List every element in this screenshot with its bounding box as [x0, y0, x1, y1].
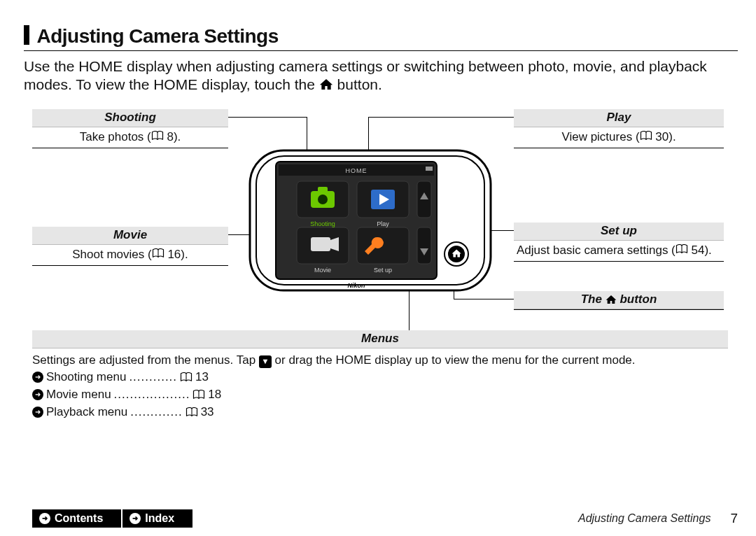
svg-rect-18 — [357, 227, 409, 264]
leader-line — [454, 299, 514, 299]
device-item-shooting: Shooting — [310, 220, 335, 227]
svg-rect-8 — [318, 187, 328, 192]
menus-intro-post: or drag the HOME display up to view the … — [275, 353, 636, 367]
menu-link-page: 18 — [208, 387, 221, 403]
section-heading: Adjusting Camera Settings — [24, 25, 738, 51]
svg-rect-16 — [311, 237, 330, 251]
heading-text: Adjusting Camera Settings — [36, 25, 278, 47]
callout-shooting-after: ). — [174, 130, 181, 143]
menu-link-label: Movie menu — [46, 387, 111, 403]
device-item-movie: Movie — [314, 267, 331, 274]
callout-setup: Set up Adjust basic camera settings ( 54… — [514, 223, 724, 262]
menu-link-shooting[interactable]: ➜ Shooting menu ............ 13 — [32, 369, 728, 386]
leader-dots: ............ — [129, 369, 177, 386]
book-icon — [192, 390, 205, 400]
callout-play-after: ). — [668, 130, 676, 143]
home-icon — [319, 78, 333, 90]
callout-movie: Movie Shoot movies ( 16). — [32, 227, 228, 266]
svg-rect-19 — [417, 227, 431, 264]
menu-link-label: Shooting menu — [46, 369, 126, 386]
callout-setup-after: ). — [704, 244, 711, 257]
camera-back-illustration: HOME — [248, 136, 493, 297]
device-item-play: Play — [377, 220, 389, 227]
footer-section-title: Adjusting Camera Settings — [578, 512, 710, 525]
book-icon — [151, 131, 164, 141]
menus-intro: Settings are adjusted from the menus. Ta… — [32, 353, 728, 369]
menu-link-page: 13 — [195, 369, 209, 386]
menus-intro-pre: Settings are adjusted from the menus. Ta… — [32, 353, 259, 367]
home-icon — [606, 295, 617, 304]
callout-movie-page: 16 — [167, 248, 181, 261]
callout-home-button: The button — [514, 291, 724, 310]
svg-point-9 — [318, 195, 328, 204]
arrow-right-icon: ➜ — [32, 389, 43, 400]
callout-play-body: View pictures ( 30). — [514, 127, 724, 148]
leader-dots: ................... — [114, 387, 190, 403]
footer-index-button[interactable]: ➜ Index — [122, 509, 192, 528]
callout-play-page: 30 — [655, 130, 668, 143]
menus-section: Menus Settings are adjusted from the men… — [32, 330, 728, 421]
callout-setup-page: 54 — [692, 244, 705, 257]
footer-right: Adjusting Camera Settings 7 — [578, 511, 738, 526]
arrow-right-icon: ➜ — [32, 372, 43, 383]
callout-setup-title: Set up — [514, 223, 724, 241]
book-icon — [152, 248, 164, 258]
intro-paragraph: Use the HOME display when adjusting came… — [24, 57, 735, 94]
menu-link-playback[interactable]: ➜ Playback menu ............. 33 — [32, 404, 728, 421]
arrow-right-icon: ➜ — [32, 407, 43, 418]
callout-setup-pre: Adjust basic camera settings ( — [517, 244, 676, 257]
callout-setup-body: Adjust basic camera settings ( 54). — [514, 241, 724, 262]
device-home-label: HOME — [346, 167, 368, 174]
arrow-right-icon: ➜ — [39, 513, 50, 524]
callout-movie-body: Shoot movies ( 16). — [32, 245, 228, 266]
callout-movie-title: Movie — [32, 227, 228, 245]
leader-line — [368, 117, 514, 118]
down-arrow-icon: ▼ — [259, 355, 272, 368]
device-brand: Nikon — [347, 282, 365, 289]
manual-page: Adjusting Camera Settings Use the HOME d… — [0, 0, 756, 536]
book-icon — [186, 407, 198, 417]
callout-shooting-title: Shooting — [32, 109, 228, 127]
callout-shooting-page: 8 — [167, 130, 173, 143]
footer-index-label: Index — [145, 512, 174, 525]
book-icon — [180, 372, 192, 382]
callout-play: Play View pictures ( 30). — [514, 109, 724, 148]
menu-link-label: Playback menu — [46, 404, 127, 421]
footer-page-number: 7 — [730, 511, 738, 526]
callout-home-button-title: The button — [514, 291, 724, 309]
callout-movie-pre: Shoot movies ( — [72, 248, 151, 261]
callout-shooting: Shooting Take photos ( 8). — [32, 109, 228, 148]
callout-play-pre: View pictures ( — [561, 130, 639, 143]
callout-shooting-pre: Take photos ( — [80, 130, 151, 143]
footer-contents-label: Contents — [55, 512, 103, 525]
svg-rect-5 — [426, 167, 433, 171]
menu-link-page: 33 — [201, 404, 214, 421]
arrow-right-icon: ➜ — [130, 513, 141, 524]
menus-header: Menus — [32, 330, 728, 348]
footer-contents-button[interactable]: ➜ Contents — [32, 509, 121, 528]
heading-rule — [24, 50, 738, 51]
callout-shooting-body: Take photos ( 8). — [32, 127, 228, 148]
callout-homebtn-pre: The — [581, 292, 606, 306]
callout-play-title: Play — [514, 109, 724, 127]
intro-text-2: button. — [337, 76, 382, 92]
menus-body: Settings are adjusted from the menus. Ta… — [32, 348, 728, 421]
heading-accent-bar — [24, 25, 29, 45]
book-icon — [640, 131, 652, 141]
menu-link-movie[interactable]: ➜ Movie menu ................... 18 — [32, 386, 728, 404]
page-footer: ➜ Contents ➜ Index Adjusting Camera Sett… — [32, 509, 738, 528]
callout-homebtn-post: button — [620, 292, 657, 306]
callout-movie-after: ). — [181, 248, 188, 261]
book-icon — [676, 244, 688, 254]
leader-dots: ............. — [130, 404, 182, 421]
device-svg: HOME — [248, 136, 493, 297]
device-item-setup: Set up — [374, 267, 392, 274]
leader-line — [228, 117, 307, 118]
